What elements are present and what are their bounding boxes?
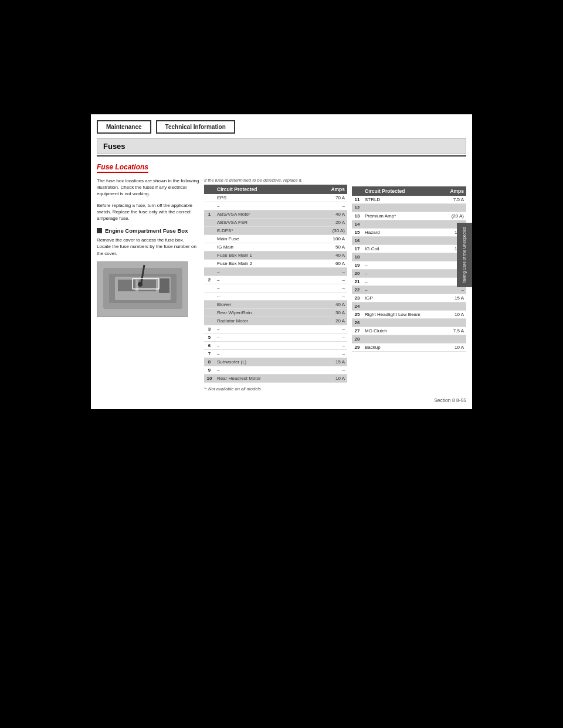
row-circuit [362,319,442,327]
row-num [204,251,215,260]
svg-point-8 [138,282,143,287]
row-circuit: – [215,268,310,276]
row-circuit [362,335,442,343]
svg-rect-6 [159,278,169,293]
row-num: 15 [352,229,362,237]
row-num: 16 [352,237,362,245]
row-circuit: Radiator Motor [215,317,310,325]
row-amps: 20 A [310,317,347,325]
row-num [204,284,215,292]
row-amps [442,335,466,343]
row-num [204,292,215,301]
row-amps: 10 A [310,375,347,383]
row-num: 27 [352,327,362,335]
row-circuit: Premium Amp* [362,212,442,220]
sidebar-tab-label: Taking Care of the Unexpected [462,227,467,283]
row-circuit: STRLD [362,196,442,204]
row-circuit: – [215,292,310,301]
row-amps: 15 A [442,294,466,302]
row-num: 29 [352,343,362,352]
row-amps: – [310,284,347,292]
row-num: 8 [204,358,215,366]
row-amps: 10 A [442,343,466,352]
row-num: 9 [204,366,215,375]
row-circuit: – [362,278,442,286]
left-column: The fuse box locations are shown in the … [97,178,199,317]
row-circuit: E-DPS* [215,227,310,235]
row-circuit: Backup [362,343,442,352]
row-amps: – [310,366,347,375]
row-num [204,260,215,268]
row-num [204,194,215,202]
row-amps: 100 A [310,235,347,243]
row-num: 25 [352,311,362,319]
row-num: 7 [204,350,215,358]
row-num: 2 [204,276,215,284]
row-circuit: Blower [215,301,310,309]
left-text-2: Before replacing a fuse, turn off the ap… [97,202,199,222]
right-col-circuit: Circuit Protected [362,186,442,196]
row-circuit: ABS/VSA Motor [215,210,310,219]
row-num: 14 [352,220,362,229]
col-amps: Amps [310,185,347,194]
row-num: 28 [352,335,362,343]
tab-technical[interactable]: Technical Information [156,120,235,134]
row-circuit [362,204,442,212]
row-amps: 50 A [310,243,347,251]
row-num [204,317,215,325]
row-num: 3 [204,325,215,334]
row-circuit: – [215,276,310,284]
row-circuit: Rear Headrest Motor [215,375,310,383]
tab-maintenance[interactable]: Maintenance [97,120,151,134]
row-num [204,235,215,243]
fuse-locations-title: Fuse Locations [97,163,148,173]
row-circuit: MG Clutch [362,327,442,335]
row-num: 24 [352,302,362,311]
row-circuit: Right Headlight Low Beam [362,311,442,319]
row-num [204,309,215,317]
row-circuit: – [215,350,310,358]
row-num: 11 [352,196,362,204]
row-amps [442,302,466,311]
row-circuit: – [362,286,442,294]
right-fuse-table: Circuit Protected Amps 11 STRLD 7.5 A 12… [352,186,466,352]
row-amps: (30 A) [310,227,347,235]
row-amps [442,319,466,327]
row-circuit: Hazard [362,229,442,237]
row-circuit [362,220,442,229]
engine-box-section: Engine Compartment Fuse Box Remove the c… [97,227,199,317]
row-circuit: – [215,366,310,375]
row-amps: – [310,350,347,358]
row-amps [442,204,466,212]
col-circuit: Circuit Protected [215,185,310,194]
row-circuit: Subwoofer (L) [215,358,310,366]
row-amps: – [310,325,347,334]
row-circuit: Fuse Box Main 1 [215,251,310,260]
row-amps: 7.5 A [442,327,466,335]
row-num: 13 [352,212,362,220]
row-num: 12 [352,204,362,212]
engine-box-square-icon [97,228,102,233]
row-amps: 20 A [310,219,347,227]
row-circuit: IG Coil [362,245,442,253]
row-amps: – [310,342,347,350]
row-circuit: – [215,334,310,342]
row-num: 17 [352,245,362,253]
row-circuit: – [215,342,310,350]
right-col-num [352,186,362,196]
top-tabs: Maintenance Technical Information [97,120,466,134]
row-num: 1 [204,210,215,219]
row-circuit: IG Main [215,243,310,251]
right-col-amps: Amps [442,186,466,196]
row-circuit [362,253,442,261]
row-amps: – [310,276,347,284]
left-text-1: The fuse box locations are shown in the … [97,178,199,198]
engine-box-desc: Remove the cover to access the fuse box.… [97,237,199,257]
row-amps: – [310,292,347,301]
divider [97,155,466,157]
row-num [204,268,215,276]
row-circuit: IGP [362,294,442,302]
footnote: *: Not available on all models [204,386,347,392]
row-amps: 15 A [310,358,347,366]
row-num [204,243,215,251]
